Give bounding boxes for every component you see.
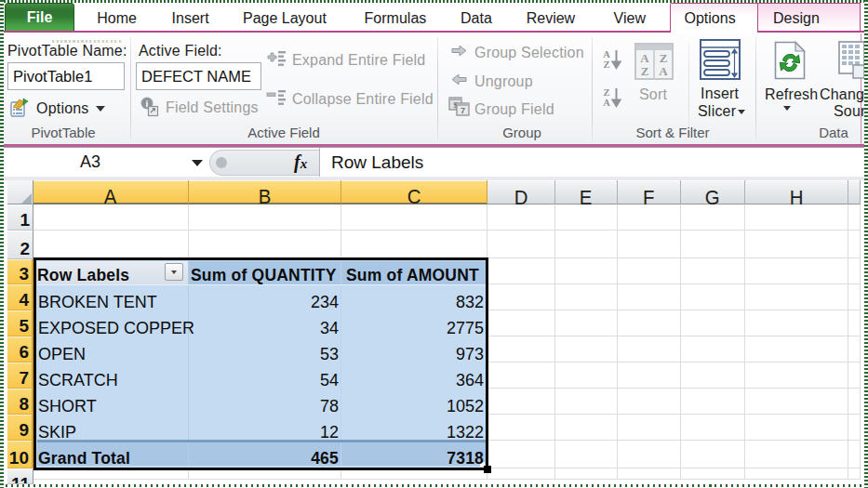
svg-text:A: A xyxy=(603,49,610,59)
svg-text:Z: Z xyxy=(603,87,609,98)
svg-text:Z: Z xyxy=(641,64,649,78)
svg-text:Z: Z xyxy=(603,59,609,70)
svg-text:Z: Z xyxy=(660,51,668,65)
svg-text:A: A xyxy=(659,64,668,78)
svg-text:7: 7 xyxy=(461,106,465,115)
svg-text:A: A xyxy=(640,51,649,65)
svg-text:A: A xyxy=(603,98,610,108)
